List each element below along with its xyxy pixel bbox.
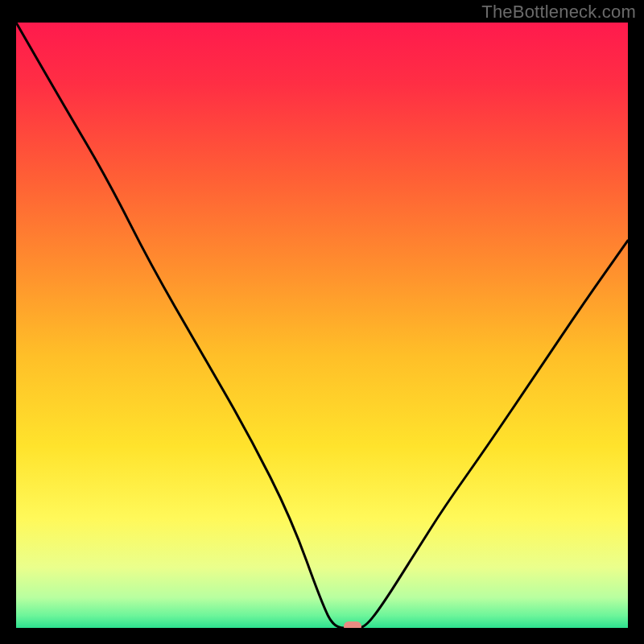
watermark-text: TheBottleneck.com: [481, 2, 636, 23]
optimal-marker-icon: [344, 621, 361, 628]
chart-frame: TheBottleneck.com: [0, 0, 644, 644]
plot-area: [16, 23, 628, 628]
gradient-background: [16, 23, 628, 628]
bottleneck-chart: [16, 23, 628, 628]
